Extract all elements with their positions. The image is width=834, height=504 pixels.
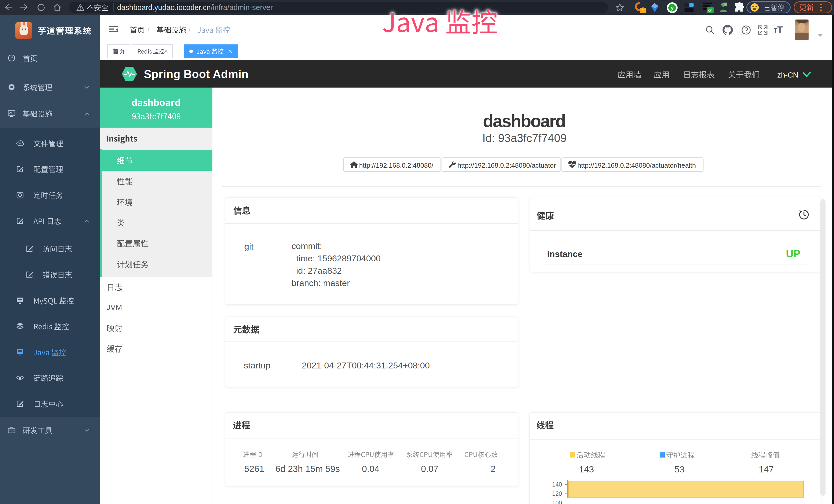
svg-text:on: on xyxy=(708,8,712,12)
svg-text:1: 1 xyxy=(642,8,644,13)
svg-text:y: y xyxy=(671,5,674,10)
